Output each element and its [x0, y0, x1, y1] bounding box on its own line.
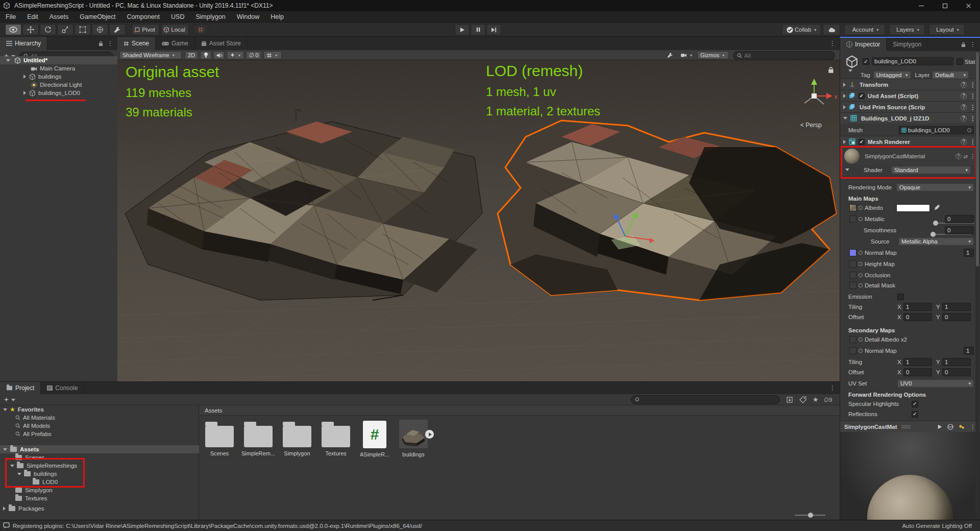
- tree-assets-root[interactable]: Assets: [0, 445, 199, 453]
- uv-set-dropdown[interactable]: UV0: [897, 379, 974, 388]
- gameobject-name-field[interactable]: buildings_LOD0: [872, 57, 953, 65]
- preview-play-icon[interactable]: [937, 424, 942, 429]
- lighting-toggle-button[interactable]: [200, 51, 211, 59]
- static-checkbox[interactable]: [957, 58, 963, 65]
- detail-albedo-texture-thumb[interactable]: [849, 336, 856, 343]
- hierarchy-item-directional-light[interactable]: Directional Light: [0, 81, 117, 89]
- object-picker-icon[interactable]: [859, 283, 863, 287]
- drag-handle-icon[interactable]: [901, 425, 911, 429]
- panel-menu-icon[interactable]: ⋮: [829, 385, 836, 391]
- tab-scene[interactable]: Scene: [117, 37, 156, 50]
- layers-dropdown[interactable]: Layers ▾: [889, 24, 925, 35]
- detail-mask-texture-thumb[interactable]: [849, 282, 856, 289]
- component-transform[interactable]: Transform ? ⋮: [840, 79, 980, 90]
- secondary-offset-x-field[interactable]: 0: [903, 368, 932, 376]
- emission-checkbox[interactable]: [897, 294, 904, 300]
- shading-mode-dropdown[interactable]: Shaded Wireframe ▾: [119, 51, 182, 59]
- asset-item-script[interactable]: # ASimpleR...: [358, 420, 391, 457]
- tiling-x-field[interactable]: 1: [903, 303, 932, 311]
- persp-label[interactable]: < Persp: [800, 122, 822, 129]
- import-icon[interactable]: [786, 396, 793, 403]
- rendering-mode-dropdown[interactable]: Opaque: [896, 183, 974, 191]
- model-original-asset[interactable]: [125, 109, 482, 300]
- help-icon[interactable]: ?: [961, 115, 967, 122]
- menu-assets[interactable]: Assets: [44, 13, 75, 20]
- favorite-star-icon[interactable]: ★: [813, 396, 819, 403]
- tree-packages[interactable]: Packages: [0, 504, 199, 513]
- step-button[interactable]: [486, 24, 501, 35]
- help-icon[interactable]: ?: [961, 93, 967, 99]
- close-button[interactable]: [957, 0, 980, 11]
- preset-icon[interactable]: ⇄: [964, 154, 968, 159]
- asset-item-textures[interactable]: Textures: [319, 420, 353, 456]
- tree-all-materials[interactable]: All Materials: [0, 414, 199, 422]
- height-texture-thumb[interactable]: [849, 260, 856, 268]
- help-icon[interactable]: ?: [961, 82, 967, 88]
- tree-favorites[interactable]: ★ Favorites: [0, 405, 199, 414]
- 2d-toggle-button[interactable]: 2D: [185, 51, 198, 59]
- create-dropdown-arrow-icon[interactable]: [11, 399, 15, 401]
- auto-generate-lighting-toggle[interactable]: Auto Generate Lighting Off: [902, 523, 980, 529]
- secondary-offset-y-field[interactable]: 0: [942, 368, 971, 376]
- tab-game[interactable]: Game: [156, 37, 195, 50]
- object-picker-icon[interactable]: [859, 206, 863, 210]
- grid-snapping-button[interactable]: [193, 24, 208, 35]
- panel-menu-icon[interactable]: ⋮: [107, 40, 113, 46]
- transform-tool-button[interactable]: [92, 24, 108, 35]
- active-checkbox[interactable]: ✓: [863, 58, 869, 65]
- local-toggle-button[interactable]: Local: [161, 24, 189, 35]
- component-mesh-filter[interactable]: Buildings_LOD0_j I2Z1D ? ⋮: [840, 112, 980, 124]
- hierarchy-item-buildings[interactable]: buildings: [0, 73, 117, 81]
- tree-simpleremeshings[interactable]: SimpleRemeshings: [0, 462, 199, 470]
- help-icon[interactable]: ?: [961, 104, 967, 110]
- pause-button[interactable]: [471, 24, 485, 35]
- effects-dropdown[interactable]: ▾: [227, 51, 244, 59]
- scale-tool-button[interactable]: [57, 24, 74, 35]
- secondary-normal-texture-thumb[interactable]: [849, 347, 856, 354]
- header-dropdown-arrow-icon[interactable]: [848, 69, 852, 72]
- menu-component[interactable]: Component: [121, 13, 165, 20]
- layer-dropdown[interactable]: Default: [932, 71, 969, 79]
- tab-inspector[interactable]: i Inspector: [840, 38, 887, 51]
- hierarchy-item-scene[interactable]: Untitled*: [0, 56, 117, 64]
- scrollbar-thumb[interactable]: [976, 52, 979, 267]
- tree-buildings[interactable]: buildings: [0, 470, 199, 478]
- preview-lighting-icon[interactable]: [959, 424, 965, 430]
- tab-asset-store[interactable]: Asset Store: [195, 37, 248, 50]
- hidden-objects-button[interactable]: ∅ 0: [246, 51, 261, 59]
- rect-tool-button[interactable]: [75, 24, 91, 35]
- gizmos-dropdown[interactable]: Gizmos ▾: [697, 51, 729, 59]
- menu-gameobject[interactable]: GameObject: [74, 13, 121, 20]
- asset-item-simplygon[interactable]: Simplygon: [280, 420, 314, 456]
- albedo-texture-thumb[interactable]: [849, 204, 856, 211]
- metallic-value-field[interactable]: 0: [945, 215, 974, 223]
- object-picker-icon[interactable]: [859, 349, 863, 353]
- component-enabled-checkbox[interactable]: ✓: [859, 139, 865, 145]
- scene-tools-button[interactable]: [665, 51, 676, 59]
- project-search-input[interactable]: [642, 397, 776, 403]
- secondary-tiling-x-field[interactable]: 1: [903, 358, 932, 366]
- source-dropdown[interactable]: Metallic Alpha: [898, 237, 974, 246]
- lock-icon[interactable]: [961, 42, 966, 47]
- scene-viewport[interactable]: x Original asset 119 meshes 39 materials…: [117, 60, 840, 381]
- specular-highlights-checkbox[interactable]: ✓: [912, 401, 918, 407]
- custom-tool-button[interactable]: [109, 24, 126, 35]
- preview-shape-icon[interactable]: [947, 424, 953, 430]
- offset-y-field[interactable]: 0: [942, 313, 971, 321]
- menu-help[interactable]: Help: [265, 13, 289, 20]
- grid-visibility-dropdown[interactable]: ▾: [263, 51, 282, 59]
- menu-edit[interactable]: Edit: [21, 13, 44, 20]
- material-preview-bar[interactable]: SimplygonCastMat ⋮: [840, 421, 980, 432]
- tree-scenes[interactable]: Scenes: [0, 453, 199, 462]
- tree-lod0[interactable]: LOD0: [0, 478, 199, 486]
- eyedropper-icon[interactable]: [934, 204, 940, 210]
- material-header[interactable]: SimplygonCastMaterial ? ⇄ ⋮: [840, 148, 980, 164]
- reflections-checkbox[interactable]: ✓: [912, 411, 918, 418]
- offset-x-field[interactable]: 0: [903, 313, 932, 321]
- menu-simplygon[interactable]: Simplygon: [190, 13, 231, 20]
- secondary-normal-value-field[interactable]: 1: [964, 347, 974, 355]
- tab-simplygon[interactable]: Simplygon: [887, 38, 928, 51]
- maximize-button[interactable]: [933, 0, 957, 11]
- move-tool-button[interactable]: [22, 24, 39, 35]
- hierarchy-item-main-camera[interactable]: Main Camera: [0, 64, 117, 73]
